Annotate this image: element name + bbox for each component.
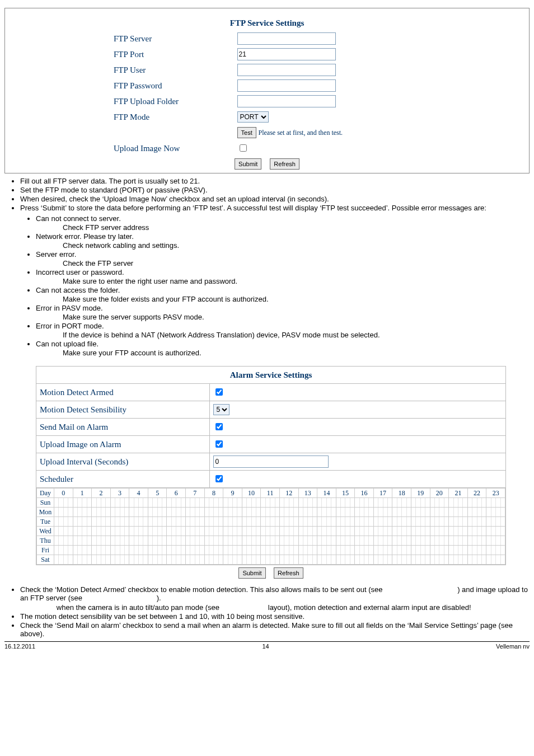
sched-cell[interactable] — [430, 536, 449, 546]
sched-cell[interactable] — [110, 498, 129, 508]
sched-cell[interactable] — [186, 517, 205, 527]
alarm-scheduler-checkbox[interactable] — [216, 475, 223, 482]
sched-cell[interactable] — [467, 498, 486, 508]
sched-cell[interactable] — [73, 536, 92, 546]
sched-cell[interactable] — [167, 527, 186, 536]
sched-cell[interactable] — [242, 555, 261, 565]
alarm-motion-sens-select[interactable]: 5 — [213, 404, 229, 415]
sched-cell[interactable] — [449, 527, 468, 536]
sched-cell[interactable] — [355, 498, 374, 508]
sched-cell[interactable] — [317, 527, 336, 536]
sched-cell[interactable] — [430, 527, 449, 536]
sched-cell[interactable] — [298, 546, 317, 555]
sched-cell[interactable] — [223, 517, 242, 527]
sched-cell[interactable] — [298, 555, 317, 565]
sched-cell[interactable] — [110, 546, 129, 555]
sched-cell[interactable] — [486, 546, 505, 555]
sched-cell[interactable] — [54, 555, 73, 565]
ftp-user-input[interactable] — [237, 64, 336, 76]
sched-cell[interactable] — [167, 517, 186, 527]
sched-cell[interactable] — [73, 546, 92, 555]
sched-cell[interactable] — [242, 508, 261, 517]
sched-cell[interactable] — [430, 498, 449, 508]
sched-cell[interactable] — [373, 498, 392, 508]
sched-cell[interactable] — [373, 555, 392, 565]
sched-cell[interactable] — [261, 527, 280, 536]
sched-cell[interactable] — [392, 527, 411, 536]
sched-cell[interactable] — [467, 517, 486, 527]
sched-cell[interactable] — [167, 498, 186, 508]
sched-cell[interactable] — [223, 527, 242, 536]
sched-cell[interactable] — [317, 536, 336, 546]
sched-cell[interactable] — [148, 555, 167, 565]
sched-cell[interactable] — [204, 546, 223, 555]
alarm-refresh-button[interactable]: Refresh — [274, 567, 303, 579]
sched-cell[interactable] — [204, 517, 223, 527]
sched-cell[interactable] — [242, 546, 261, 555]
sched-cell[interactable] — [430, 508, 449, 517]
sched-cell[interactable] — [467, 536, 486, 546]
sched-cell[interactable] — [148, 498, 167, 508]
sched-cell[interactable] — [261, 517, 280, 527]
sched-cell[interactable] — [129, 517, 148, 527]
sched-cell[interactable] — [54, 508, 73, 517]
sched-cell[interactable] — [92, 536, 111, 546]
sched-cell[interactable] — [411, 498, 430, 508]
sched-cell[interactable] — [242, 527, 261, 536]
sched-cell[interactable] — [392, 498, 411, 508]
sched-cell[interactable] — [317, 517, 336, 527]
sched-cell[interactable] — [54, 536, 73, 546]
sched-cell[interactable] — [54, 517, 73, 527]
sched-cell[interactable] — [279, 555, 298, 565]
sched-cell[interactable] — [92, 498, 111, 508]
sched-cell[interactable] — [449, 517, 468, 527]
sched-cell[interactable] — [261, 536, 280, 546]
sched-cell[interactable] — [92, 546, 111, 555]
sched-cell[interactable] — [279, 536, 298, 546]
sched-cell[interactable] — [73, 508, 92, 517]
sched-cell[interactable] — [336, 536, 355, 546]
sched-cell[interactable] — [167, 555, 186, 565]
sched-cell[interactable] — [430, 517, 449, 527]
sched-cell[interactable] — [467, 555, 486, 565]
sched-cell[interactable] — [467, 527, 486, 536]
sched-cell[interactable] — [486, 508, 505, 517]
sched-cell[interactable] — [279, 498, 298, 508]
sched-cell[interactable] — [279, 508, 298, 517]
alarm-submit-button[interactable]: Submit — [238, 567, 265, 579]
sched-cell[interactable] — [110, 517, 129, 527]
sched-cell[interactable] — [373, 527, 392, 536]
sched-cell[interactable] — [110, 508, 129, 517]
sched-cell[interactable] — [129, 536, 148, 546]
sched-cell[interactable] — [186, 527, 205, 536]
sched-cell[interactable] — [298, 517, 317, 527]
sched-cell[interactable] — [411, 508, 430, 517]
sched-cell[interactable] — [73, 517, 92, 527]
sched-cell[interactable] — [486, 527, 505, 536]
sched-cell[interactable] — [186, 498, 205, 508]
sched-cell[interactable] — [148, 517, 167, 527]
sched-cell[interactable] — [186, 546, 205, 555]
sched-cell[interactable] — [392, 555, 411, 565]
sched-cell[interactable] — [449, 546, 468, 555]
sched-cell[interactable] — [186, 536, 205, 546]
sched-cell[interactable] — [449, 508, 468, 517]
alarm-upload-interval-input[interactable] — [213, 456, 329, 468]
sched-cell[interactable] — [204, 527, 223, 536]
ftp-port-input[interactable] — [237, 48, 336, 60]
sched-cell[interactable] — [92, 508, 111, 517]
sched-cell[interactable] — [242, 517, 261, 527]
sched-cell[interactable] — [373, 536, 392, 546]
sched-cell[interactable] — [261, 546, 280, 555]
sched-cell[interactable] — [279, 527, 298, 536]
sched-cell[interactable] — [223, 498, 242, 508]
sched-cell[interactable] — [317, 546, 336, 555]
sched-cell[interactable] — [467, 546, 486, 555]
sched-cell[interactable] — [486, 536, 505, 546]
sched-cell[interactable] — [449, 536, 468, 546]
sched-cell[interactable] — [223, 536, 242, 546]
sched-cell[interactable] — [204, 536, 223, 546]
sched-cell[interactable] — [298, 527, 317, 536]
scheduler-grid[interactable]: Day0123456789101112131415161718192021222… — [36, 488, 505, 565]
sched-cell[interactable] — [167, 546, 186, 555]
